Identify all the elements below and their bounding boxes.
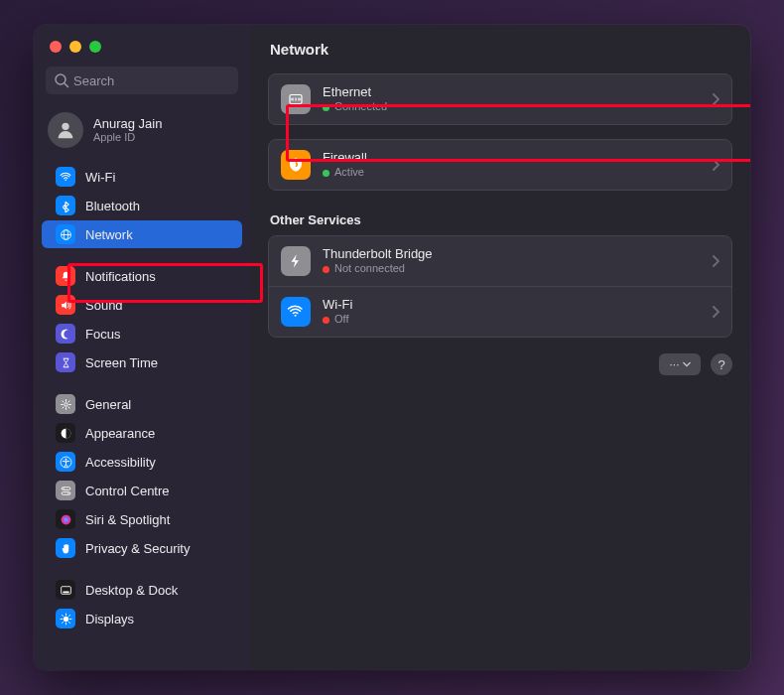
moon-icon xyxy=(56,324,75,344)
account-row[interactable]: Anurag Jain Apple ID xyxy=(34,106,250,162)
siri-icon xyxy=(56,509,75,529)
hourglass-icon xyxy=(56,352,75,372)
hand-icon xyxy=(56,538,75,558)
more-actions-button[interactable]: ··· xyxy=(659,353,701,375)
status-dot-icon xyxy=(323,104,329,111)
other-row-wifi2[interactable]: Wi-FiOff xyxy=(269,286,731,337)
sidebar-item-siri[interactable]: Siri & Spotlight xyxy=(42,505,242,533)
chevron-right-icon xyxy=(712,93,719,105)
other-services-card: Thunderbolt BridgeNot connectedWi-FiOff xyxy=(268,235,732,338)
account-subtitle: Apple ID xyxy=(93,131,162,144)
person-icon xyxy=(55,119,76,141)
page-title: Network xyxy=(268,39,732,73)
svg-line-1 xyxy=(65,83,68,87)
sidebar-list: Wi-FiBluetoothNetworkNotificationsSoundF… xyxy=(34,162,250,670)
row-status-text: Not connected xyxy=(334,262,405,276)
wifi-icon xyxy=(56,167,75,187)
firewall-icon xyxy=(281,150,311,180)
account-text: Anurag Jain Apple ID xyxy=(93,116,162,145)
primary-row-ethernet[interactable]: EthernetConnected xyxy=(269,74,731,124)
sidebar-item-notifications[interactable]: Notifications xyxy=(42,262,242,290)
row-text: Wi-FiOff xyxy=(323,297,700,327)
primary-service-card-firewall: FirewallActive xyxy=(268,139,732,191)
accessibility-icon xyxy=(56,452,75,472)
sidebar-item-label: Privacy & Security xyxy=(85,541,190,556)
sidebar-item-sound[interactable]: Sound xyxy=(42,291,242,319)
sidebar-item-privacy[interactable]: Privacy & Security xyxy=(42,534,242,562)
sidebar-item-label: Network xyxy=(85,227,133,242)
account-name: Anurag Jain xyxy=(93,116,162,132)
wifi-icon xyxy=(281,297,311,327)
row-title: Firewall xyxy=(323,150,700,166)
row-status: Active xyxy=(323,166,700,180)
displays-icon xyxy=(56,609,75,628)
sidebar-item-network[interactable]: Network xyxy=(42,220,242,248)
appearance-icon xyxy=(56,423,75,443)
sidebar-item-label: Desktop & Dock xyxy=(85,583,178,598)
row-text: FirewallActive xyxy=(323,150,700,180)
row-status-text: Active xyxy=(334,166,364,180)
row-text: Thunderbolt BridgeNot connected xyxy=(323,246,700,276)
ethernet-icon xyxy=(281,84,311,114)
sidebar-item-label: General xyxy=(85,397,131,412)
sidebar-item-label: Accessibility xyxy=(85,455,156,470)
sidebar-item-label: Notifications xyxy=(85,269,156,284)
row-status: Connected xyxy=(323,100,700,114)
other-row-thunderbolt[interactable]: Thunderbolt BridgeNot connected xyxy=(269,236,731,286)
sidebar-item-label: Displays xyxy=(85,612,134,626)
search-input[interactable] xyxy=(46,67,238,94)
sidebar-item-general[interactable]: General xyxy=(42,390,242,418)
row-title: Ethernet xyxy=(323,84,700,100)
switches-icon xyxy=(56,481,75,500)
sidebar-item-label: Bluetooth xyxy=(85,199,140,213)
zoom-window-button[interactable] xyxy=(89,41,101,53)
row-status-text: Off xyxy=(334,313,348,327)
search-icon xyxy=(54,72,69,88)
primary-row-firewall[interactable]: FirewallActive xyxy=(269,140,731,190)
chevron-right-icon xyxy=(712,255,719,267)
sidebar-item-label: Focus xyxy=(85,327,120,342)
bell-icon xyxy=(56,266,75,286)
sidebar-item-focus[interactable]: Focus xyxy=(42,320,242,348)
main-pane: Network EthernetConnectedFirewallActive … xyxy=(250,25,750,670)
sidebar-item-controlcentre[interactable]: Control Centre xyxy=(42,477,242,504)
sidebar-item-bluetooth[interactable]: Bluetooth xyxy=(42,192,242,219)
status-dot-icon xyxy=(323,317,329,324)
sound-icon xyxy=(56,295,75,315)
row-status: Not connected xyxy=(323,262,700,276)
svg-point-2 xyxy=(62,123,68,130)
avatar xyxy=(48,112,83,148)
sidebar-item-label: Sound xyxy=(85,298,123,313)
sidebar-item-wifi[interactable]: Wi-Fi xyxy=(42,163,242,191)
sidebar-item-screentime[interactable]: Screen Time xyxy=(42,348,242,376)
close-window-button[interactable] xyxy=(50,41,62,53)
status-dot-icon xyxy=(323,266,329,273)
chevron-right-icon xyxy=(712,306,719,318)
sidebar-item-accessibility[interactable]: Accessibility xyxy=(42,448,242,476)
row-status-text: Connected xyxy=(334,100,387,114)
search-box xyxy=(46,67,238,94)
chevron-right-icon xyxy=(712,159,719,171)
primary-service-card-ethernet: EthernetConnected xyxy=(268,73,732,125)
sidebar-item-displays[interactable]: Displays xyxy=(42,605,242,632)
thunderbolt-icon xyxy=(281,246,311,276)
row-status: Off xyxy=(323,313,700,327)
dock-icon xyxy=(56,580,75,600)
row-title: Thunderbolt Bridge xyxy=(323,246,700,262)
bluetooth-icon xyxy=(56,196,75,215)
status-dot-icon xyxy=(323,170,329,177)
sidebar: Anurag Jain Apple ID Wi-FiBluetoothNetwo… xyxy=(34,25,250,670)
sidebar-item-label: Screen Time xyxy=(85,355,158,370)
sidebar-item-appearance[interactable]: Appearance xyxy=(42,419,242,447)
chevron-down-icon xyxy=(683,360,691,368)
settings-window: Anurag Jain Apple ID Wi-FiBluetoothNetwo… xyxy=(34,25,750,670)
minimize-window-button[interactable] xyxy=(69,41,81,53)
window-controls xyxy=(34,37,250,67)
sidebar-item-label: Control Centre xyxy=(85,484,170,498)
row-text: EthernetConnected xyxy=(323,84,700,114)
footer-actions: ··· ? xyxy=(268,351,732,375)
help-button[interactable]: ? xyxy=(711,353,732,375)
more-dots-icon: ··· xyxy=(669,357,679,371)
sidebar-item-desktop[interactable]: Desktop & Dock xyxy=(42,576,242,604)
sidebar-item-label: Appearance xyxy=(85,426,155,441)
